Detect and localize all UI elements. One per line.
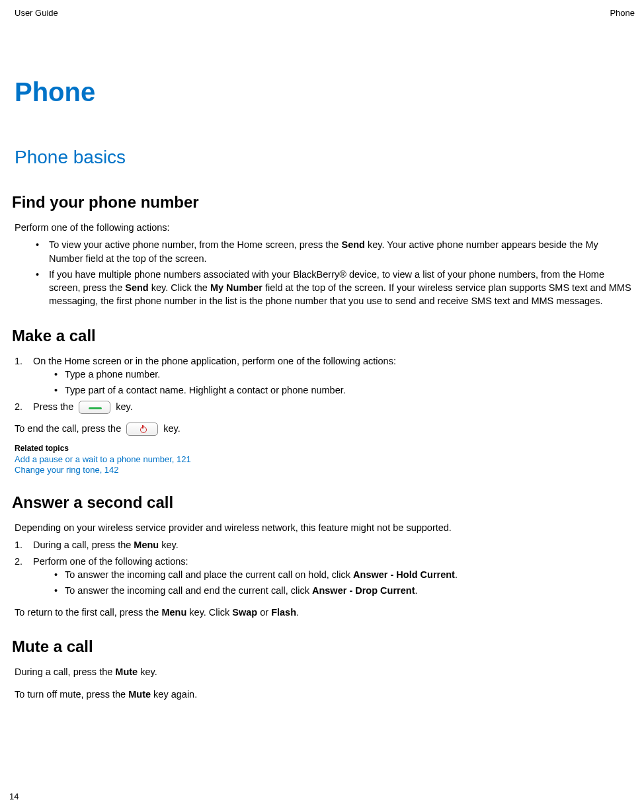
bold-text: Answer - Drop Current xyxy=(312,585,415,596)
text-fragment: To end the call, press the xyxy=(15,423,124,434)
list-item: 1. During a call, press the Menu key. xyxy=(15,538,635,551)
find-number-intro: Perform one of the following actions: xyxy=(15,221,635,234)
text-fragment: key. xyxy=(113,401,133,412)
header-right: Phone xyxy=(610,8,635,18)
text-fragment: On the Home screen or in the phone appli… xyxy=(33,356,396,366)
text-fragment: During a call, press the xyxy=(33,540,134,550)
page-title: Phone xyxy=(15,77,635,107)
bold-text: Menu xyxy=(134,540,159,550)
list-item: To answer the incoming call and place th… xyxy=(52,568,635,581)
list-item: 2. Press the key. xyxy=(15,400,635,414)
text-fragment: key. xyxy=(161,423,181,434)
text-fragment: During a call, press the xyxy=(15,667,115,677)
list-item: To answer the incoming call and end the … xyxy=(52,584,635,597)
text-fragment: . xyxy=(296,607,299,618)
bold-text: Answer - Hold Current xyxy=(353,569,455,580)
find-number-heading: Find your phone number xyxy=(12,193,635,212)
step-number: 2. xyxy=(15,555,22,568)
step-number: 2. xyxy=(15,400,22,413)
answer-intro: Depending on your wireless service provi… xyxy=(15,521,635,534)
bold-text: Menu xyxy=(161,607,186,618)
header-left: User Guide xyxy=(15,8,58,18)
make-call-section: Make a call 1. On the Home screen or in … xyxy=(15,327,635,475)
sub-list: Type a phone number. Type part of a cont… xyxy=(33,368,635,397)
list-item: 2. Perform one of the following actions:… xyxy=(15,555,635,598)
text-fragment: . xyxy=(415,585,417,596)
bold-text: Mute xyxy=(115,667,138,677)
find-number-list: To view your active phone number, from t… xyxy=(15,238,635,307)
bold-text: Send xyxy=(125,282,148,293)
find-number-section: Find your phone number Perform one of th… xyxy=(15,193,635,308)
bold-text: My Number xyxy=(210,282,262,293)
return-call-text: To return to the first call, press the M… xyxy=(15,606,635,619)
list-item: If you have multiple phone numbers assoc… xyxy=(30,268,635,308)
list-item: To view your active phone number, from t… xyxy=(30,238,635,265)
related-link[interactable]: Add a pause or a wait to a phone number,… xyxy=(15,454,635,464)
mute-section: Mute a call During a call, press the Mut… xyxy=(15,637,635,702)
make-call-heading: Make a call xyxy=(12,327,635,345)
page-header: User Guide Phone xyxy=(15,8,635,18)
end-call-text: To end the call, press the key. xyxy=(15,422,635,436)
text-fragment: To answer the incoming call and place th… xyxy=(65,569,353,580)
answer-section: Answer a second call Depending on your w… xyxy=(15,493,635,619)
text-fragment: key. xyxy=(138,667,157,677)
section-title: Phone basics xyxy=(15,147,635,168)
related-link[interactable]: Change your ring tone, 142 xyxy=(15,465,635,475)
bold-text: Mute xyxy=(128,689,151,700)
page-number: 14 xyxy=(9,792,19,801)
text-fragment: key again. xyxy=(151,689,197,700)
make-call-steps: 1. On the Home screen or in the phone ap… xyxy=(15,354,635,414)
bold-text: Send xyxy=(341,239,364,250)
text-fragment: Perform one of the following actions: xyxy=(33,556,188,567)
text-fragment: To answer the incoming call and end the … xyxy=(65,585,312,596)
mute-p1: During a call, press the Mute key. xyxy=(15,665,635,678)
answer-heading: Answer a second call xyxy=(12,493,635,512)
step-number: 1. xyxy=(15,538,22,551)
text-fragment: key. Click the xyxy=(149,282,210,293)
text-fragment: key. Click xyxy=(186,607,232,618)
mute-p2: To turn off mute, press the Mute key aga… xyxy=(15,688,635,701)
bold-text: Swap xyxy=(232,607,257,618)
list-item: 1. On the Home screen or in the phone ap… xyxy=(15,354,635,397)
text-fragment: To turn off mute, press the xyxy=(15,689,128,700)
related-topics-label: Related topics xyxy=(15,444,635,453)
mute-heading: Mute a call xyxy=(12,637,635,656)
sub-list: To answer the incoming call and place th… xyxy=(33,568,635,598)
step-number: 1. xyxy=(15,354,22,368)
text-fragment: Press the xyxy=(33,401,76,412)
text-fragment: key. xyxy=(159,540,179,550)
bold-text: Flash xyxy=(271,607,296,618)
text-fragment: To return to the first call, press the xyxy=(15,607,161,618)
list-item: Type a phone number. xyxy=(52,368,635,381)
end-key-icon xyxy=(126,423,158,436)
text-fragment: or xyxy=(257,607,271,618)
send-key-icon xyxy=(79,401,110,414)
list-item: Type part of a contact name. Highlight a… xyxy=(52,384,635,397)
answer-steps: 1. During a call, press the Menu key. 2.… xyxy=(15,538,635,597)
text-fragment: . xyxy=(455,569,458,580)
text-fragment: To view your active phone number, from t… xyxy=(49,239,341,250)
